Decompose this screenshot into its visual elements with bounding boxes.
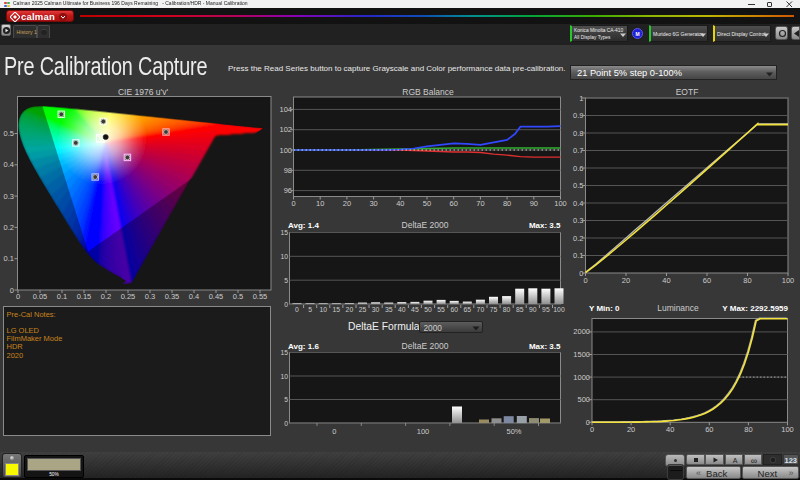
svg-text:Y Max: 2292.5959: Y Max: 2292.5959	[722, 304, 788, 313]
svg-text:0: 0	[291, 199, 295, 208]
svg-text:100: 100	[417, 427, 430, 436]
svg-text:30: 30	[369, 199, 377, 208]
svg-text:60: 60	[703, 276, 711, 285]
svg-text:90: 90	[530, 199, 538, 208]
svg-text:0.4: 0.4	[189, 292, 199, 301]
svg-text:40: 40	[396, 199, 404, 208]
svg-text:0.8: 0.8	[573, 129, 583, 138]
svg-text:80: 80	[503, 199, 511, 208]
svg-text:15: 15	[280, 229, 288, 236]
svg-text:5: 5	[284, 396, 288, 403]
svg-text:CIE 1976 u'v': CIE 1976 u'v'	[118, 87, 168, 97]
svg-text:100: 100	[280, 146, 292, 155]
svg-text:0.3: 0.3	[4, 192, 14, 201]
svg-text:0: 0	[583, 276, 587, 285]
svg-text:75: 75	[490, 306, 498, 313]
svg-text:10: 10	[319, 306, 327, 313]
svg-text:0.2: 0.2	[101, 292, 111, 301]
svg-text:0: 0	[295, 306, 299, 313]
svg-text:Max: 3.5: Max: 3.5	[529, 342, 561, 351]
svg-text:1000: 1000	[573, 373, 590, 382]
svg-text:50: 50	[423, 199, 431, 208]
svg-text:0: 0	[590, 425, 594, 434]
svg-text:0.3: 0.3	[145, 292, 155, 301]
svg-text:55: 55	[437, 306, 445, 313]
svg-text:60: 60	[705, 425, 713, 434]
svg-text:0.5: 0.5	[4, 129, 14, 138]
svg-text:0.35: 0.35	[165, 292, 180, 301]
svg-text:20: 20	[343, 199, 351, 208]
svg-text:60: 60	[450, 306, 458, 313]
svg-text:2000: 2000	[573, 327, 590, 336]
svg-text:5: 5	[284, 277, 288, 284]
svg-text:20: 20	[627, 425, 635, 434]
svg-text:100: 100	[781, 425, 794, 434]
svg-text:Max: 3.5: Max: 3.5	[529, 221, 561, 230]
svg-text:0.05: 0.05	[33, 292, 48, 301]
svg-text:25: 25	[359, 306, 367, 313]
svg-text:Avg: 1.4: Avg: 1.4	[288, 221, 319, 230]
svg-text:50: 50	[424, 306, 432, 313]
svg-text:65: 65	[464, 306, 472, 313]
svg-text:70: 70	[476, 199, 484, 208]
svg-text:50%: 50%	[506, 427, 521, 436]
svg-text:30: 30	[372, 306, 380, 313]
svg-text:0.15: 0.15	[77, 292, 92, 301]
svg-text:104: 104	[280, 105, 292, 114]
svg-text:DeltaE 2000: DeltaE 2000	[402, 341, 449, 351]
svg-text:0.1: 0.1	[573, 251, 583, 260]
svg-text:0: 0	[284, 420, 288, 427]
svg-text:10: 10	[316, 199, 324, 208]
svg-text:RGB Balance: RGB Balance	[402, 87, 454, 97]
svg-text:Y Min: 0: Y Min: 0	[589, 304, 620, 313]
svg-text:EOTF: EOTF	[676, 87, 699, 97]
svg-text:A: A	[732, 457, 737, 464]
svg-text:5: 5	[308, 306, 312, 313]
svg-text:15: 15	[333, 306, 341, 313]
svg-text:0.1: 0.1	[4, 254, 14, 263]
svg-text:0.9: 0.9	[573, 111, 583, 120]
svg-text:15: 15	[280, 349, 288, 356]
svg-text:0.7: 0.7	[573, 146, 583, 155]
svg-text:102: 102	[280, 125, 292, 134]
svg-text:0.2: 0.2	[4, 223, 14, 232]
svg-text:40: 40	[662, 276, 670, 285]
svg-text:0.4: 0.4	[573, 199, 583, 208]
svg-text:100: 100	[782, 276, 795, 285]
svg-text:20: 20	[346, 306, 354, 313]
svg-text:0.4: 0.4	[4, 160, 14, 169]
svg-text:70: 70	[477, 306, 485, 313]
svg-text:0.25: 0.25	[121, 292, 136, 301]
svg-text:20: 20	[622, 276, 630, 285]
svg-text:DeltaE 2000: DeltaE 2000	[402, 220, 449, 230]
svg-text:40: 40	[666, 425, 674, 434]
svg-text:0.6: 0.6	[573, 164, 583, 173]
svg-text:10: 10	[280, 253, 288, 260]
svg-text:0.55: 0.55	[253, 292, 268, 301]
svg-text:80: 80	[503, 306, 511, 313]
svg-text:60: 60	[450, 199, 458, 208]
svg-text:40: 40	[398, 306, 406, 313]
svg-text:0.2: 0.2	[573, 234, 583, 243]
svg-text:∞: ∞	[751, 456, 757, 466]
svg-text:80: 80	[744, 425, 752, 434]
svg-text:1500: 1500	[573, 350, 590, 359]
svg-text:Avg: 1.6: Avg: 1.6	[288, 342, 319, 351]
svg-text:100: 100	[553, 306, 565, 313]
svg-text:0: 0	[10, 286, 14, 295]
svg-text:0.45: 0.45	[209, 292, 224, 301]
svg-text:35: 35	[385, 306, 393, 313]
svg-text:0: 0	[16, 292, 20, 301]
svg-text:0.5: 0.5	[233, 292, 243, 301]
svg-text:95: 95	[542, 306, 550, 313]
svg-text:90: 90	[529, 306, 537, 313]
svg-text:0: 0	[284, 301, 288, 308]
svg-text:0.3: 0.3	[573, 216, 583, 225]
svg-text:0.5: 0.5	[573, 181, 583, 190]
svg-text:45: 45	[411, 306, 419, 313]
svg-text:0: 0	[332, 427, 336, 436]
svg-text:Luminance: Luminance	[657, 303, 699, 313]
svg-text:0.1: 0.1	[57, 292, 67, 301]
svg-text:80: 80	[743, 276, 751, 285]
svg-text:85: 85	[516, 306, 524, 313]
